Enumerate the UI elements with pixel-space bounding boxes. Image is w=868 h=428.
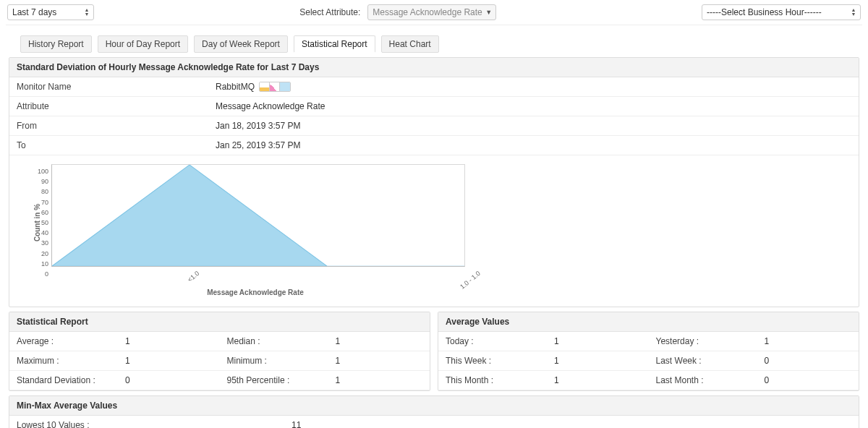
minimum-label: Minimum : [227, 356, 336, 366]
y-tick: 60 [41, 209, 48, 216]
thismonth-label: This Month : [446, 375, 554, 385]
main-panel-title: Standard Deviation of Hourly Message Ack… [9, 58, 859, 77]
area-chart-icon[interactable] [280, 82, 290, 91]
thisweek-value: 1 [554, 356, 559, 366]
today-value: 1 [554, 336, 559, 346]
minmax-panel: Min-Max Average Values Lowest 10 Values … [9, 395, 859, 428]
x-tick: <1.0 [186, 270, 200, 283]
average-label: Average : [17, 336, 125, 346]
p95-label: 95th Percentile : [227, 375, 336, 385]
lowest-label: Lowest 10 Values : [17, 420, 292, 428]
y-tick: 70 [41, 199, 48, 206]
y-tick: 80 [41, 188, 48, 195]
chart-area: Count in % 0102030405060708090100 <1.01.… [9, 155, 859, 307]
y-tick: 50 [41, 219, 48, 226]
stats-row: Statistical Report Average :1 Median :1 … [9, 312, 859, 391]
bar-chart-icon[interactable] [260, 82, 270, 91]
thisweek-label: This Week : [446, 356, 554, 366]
lastmonth-label: Last Month : [656, 375, 765, 385]
yesterday-label: Yesterday : [656, 336, 765, 346]
thismonth-value: 1 [554, 375, 559, 385]
minmax-title: Min-Max Average Values [9, 396, 859, 416]
y-tick: 90 [41, 178, 48, 185]
y-tick: 20 [41, 250, 48, 257]
report-tabs: History Report Hour of Day Report Day of… [6, 30, 862, 53]
stddev-label: Standard Deviation : [17, 375, 125, 385]
time-range-select[interactable]: Last 7 days ▲▼ [7, 4, 94, 20]
from-label: From [17, 121, 216, 131]
x-axis-ticks: <1.01.0 - 1.0 [51, 270, 465, 284]
tab-history-report[interactable]: History Report [20, 35, 92, 53]
info-row-from: From Jan 18, 2019 3:57 PM [9, 116, 859, 136]
maximum-value: 1 [125, 356, 130, 366]
business-hour-select[interactable]: -----Select Business Hour------ ▲▼ [702, 4, 861, 20]
info-row-attribute: Attribute Message Acknowledge Rate [9, 97, 859, 116]
updown-icon: ▲▼ [849, 6, 858, 19]
attribute-value: Message Acknowledge Rate [373, 7, 482, 17]
attribute-label: Select Attribute: [299, 7, 360, 17]
statistical-report-panel: Statistical Report Average :1 Median :1 … [9, 312, 430, 391]
tab-statistical-report[interactable]: Statistical Report [294, 35, 375, 53]
tab-heat-chart[interactable]: Heat Chart [381, 35, 439, 53]
to-label: To [17, 140, 216, 150]
today-label: Today : [446, 336, 554, 346]
from-value: Jan 18, 2019 3:57 PM [216, 121, 300, 131]
average-values-title: Average Values [438, 312, 859, 332]
time-range-value: Last 7 days [12, 7, 56, 17]
average-values-panel: Average Values Today :1 Yesterday :1 Thi… [438, 312, 859, 391]
main-panel: Standard Deviation of Hourly Message Ack… [9, 57, 859, 307]
line-chart-icon[interactable] [270, 82, 280, 91]
yesterday-value: 1 [765, 336, 770, 346]
minimum-value: 1 [336, 356, 341, 366]
chevron-down-icon: ▼ [485, 9, 493, 16]
attribute-row-value: Message Acknowledge Rate [216, 101, 325, 111]
y-axis-ticks: 0102030405060708090100 [31, 164, 50, 267]
updown-icon: ▲▼ [82, 6, 91, 19]
y-tick: 40 [41, 229, 48, 236]
stddev-value: 0 [125, 375, 130, 385]
monitor-name-label: Monitor Name [17, 82, 216, 92]
y-tick: 30 [41, 239, 48, 247]
lastweek-value: 0 [765, 356, 770, 366]
y-tick: 10 [41, 260, 48, 268]
top-controls: Last 7 days ▲▼ Select Attribute: Message… [6, 4, 862, 25]
to-value: Jan 25, 2019 3:57 PM [216, 140, 300, 150]
lastweek-label: Last Week : [656, 356, 765, 366]
median-label: Median : [227, 336, 336, 346]
info-row-to: To Jan 25, 2019 3:57 PM [9, 136, 859, 155]
lastmonth-value: 0 [765, 375, 770, 385]
area-svg [52, 165, 464, 266]
chart-plot [51, 164, 465, 267]
attribute-select[interactable]: Message Acknowledge Rate ▼ [367, 4, 495, 20]
attribute-row-label: Attribute [17, 101, 216, 111]
y-tick: 0 [45, 270, 48, 278]
y-tick: 100 [38, 168, 48, 175]
tab-day-of-week-report[interactable]: Day of Week Report [194, 35, 288, 53]
average-value: 1 [125, 336, 130, 346]
monitor-name-value: RabbitMQ [216, 82, 255, 92]
median-value: 1 [336, 336, 341, 346]
p95-value: 1 [336, 375, 341, 385]
maximum-label: Maximum : [17, 356, 125, 366]
statistical-report-title: Statistical Report [9, 312, 430, 332]
x-axis-label: Message Acknowledge Rate [38, 284, 472, 296]
business-hour-value: -----Select Business Hour------ [707, 7, 822, 17]
chart-type-icons[interactable] [259, 82, 291, 92]
tab-hour-of-day-report[interactable]: Hour of Day Report [98, 35, 188, 53]
area-polygon [52, 165, 464, 266]
info-row-monitor: Monitor Name RabbitMQ [9, 77, 859, 97]
lowest-value: 11 [292, 420, 301, 428]
